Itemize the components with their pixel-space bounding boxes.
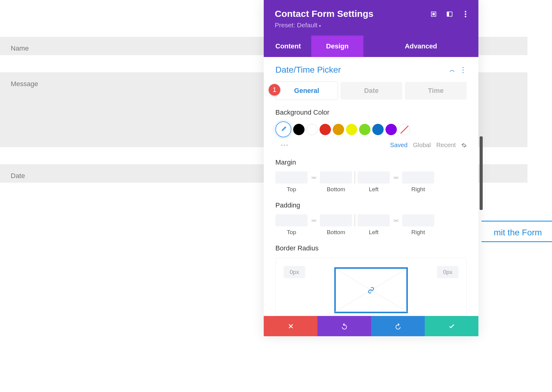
link-icon[interactable]: ⫘ [306,217,321,224]
main-tabs: Content Design Advanced [264,36,478,57]
svg-point-4 [465,11,466,13]
margin-right-input[interactable] [402,171,434,184]
label-right: Right [402,229,434,236]
swatch-black[interactable] [293,124,305,135]
link-icon[interactable]: ⫘ [389,217,403,224]
padding-label: Padding [275,201,467,209]
undo-button[interactable] [317,316,371,336]
submit-link[interactable]: mit the Form [481,221,552,242]
tab-design[interactable]: Design [311,36,363,57]
margin-top-input[interactable] [275,171,308,184]
margin-left-input[interactable] [358,171,390,184]
more-icon[interactable] [462,10,469,18]
subtab-general[interactable]: General [275,82,338,100]
step-badge: 1 [269,84,280,96]
corner-tr-input[interactable]: 0px [437,266,458,278]
section-header[interactable]: Date/Time Picker ︿ ⋮ [264,57,478,82]
padding-bottom-input[interactable] [320,214,352,226]
save-button[interactable] [425,316,478,336]
preset-dropdown[interactable]: Preset: Default [275,21,467,29]
border-radius-box: 0px 0px [275,258,467,316]
label-top: Top [275,229,308,236]
swatch-purple[interactable] [385,124,397,135]
bg-color-label: Background Color [275,108,467,116]
tab-content[interactable]: Content [264,36,311,57]
divider [355,214,355,226]
swatch-orange[interactable] [333,124,344,135]
swatch-none[interactable] [399,124,410,135]
expand-icon[interactable] [430,10,437,18]
padding-group: Padding ⫘ ⫘ Top Bottom Left Right [264,197,478,240]
subtabs: 1 General Date Time [264,82,478,104]
swatch-yellow[interactable] [346,124,357,135]
radius-preview [334,267,408,313]
border-radius-group: Border Radius [264,240,478,252]
palette-tab-global[interactable]: Global [413,142,431,149]
swatch-green[interactable] [359,124,370,135]
link-icon[interactable]: ⫘ [306,174,321,181]
bg-color-group: Background Color ••• Saved Global Recent [264,104,478,154]
border-radius-label: Border Radius [275,244,467,252]
section-more-icon[interactable]: ⋮ [459,66,467,74]
columns-icon[interactable] [446,10,453,18]
link-icon[interactable]: ⫘ [389,174,403,181]
palette-more-icon[interactable]: ••• [281,143,289,148]
tab-advanced[interactable]: Advanced [363,36,478,57]
subtab-date[interactable]: Date [340,82,402,100]
footer-actions [264,316,478,336]
label-right: Right [402,186,434,193]
svg-point-6 [465,16,466,17]
svg-rect-1 [433,13,435,15]
swatch-red[interactable] [320,124,331,135]
padding-right-input[interactable] [402,214,434,226]
padding-top-input[interactable] [275,214,308,226]
swatch-blue[interactable] [372,124,384,135]
divider [355,171,355,184]
swatch-white[interactable] [306,124,318,135]
svg-rect-3 [447,12,449,17]
margin-label: Margin [275,158,467,166]
settings-panel: Contact Form Settings Preset: Default Co… [264,0,478,336]
palette-footer: ••• Saved Global Recent [275,142,467,150]
corner-tl-input[interactable]: 0px [284,266,305,278]
color-picker-button[interactable] [275,121,291,137]
margin-bottom-input[interactable] [320,171,352,184]
panel-body: Date/Time Picker ︿ ⋮ 1 General Date Time… [264,57,478,316]
link-icon[interactable] [368,287,374,294]
color-swatches [275,121,467,137]
palette-tab-saved[interactable]: Saved [390,142,408,149]
margin-group: Margin ⫘ ⫘ Top Bottom Left Right [264,154,478,197]
palette-settings-icon[interactable] [461,143,467,148]
padding-left-input[interactable] [358,214,390,226]
palette-tab-recent[interactable]: Recent [436,142,456,149]
label-bottom: Bottom [320,186,352,193]
subtab-time[interactable]: Time [405,82,467,100]
panel-header: Contact Form Settings Preset: Default [264,0,478,36]
label-top: Top [275,186,308,193]
scrollbar[interactable] [480,136,483,210]
label-left: Left [358,186,390,193]
cancel-button[interactable] [264,316,317,336]
label-bottom: Bottom [320,229,352,236]
chevron-up-icon[interactable]: ︿ [450,66,455,74]
svg-point-5 [465,13,466,15]
redo-button[interactable] [371,316,425,336]
section-title: Date/Time Picker [275,65,341,75]
label-left: Left [358,229,390,236]
